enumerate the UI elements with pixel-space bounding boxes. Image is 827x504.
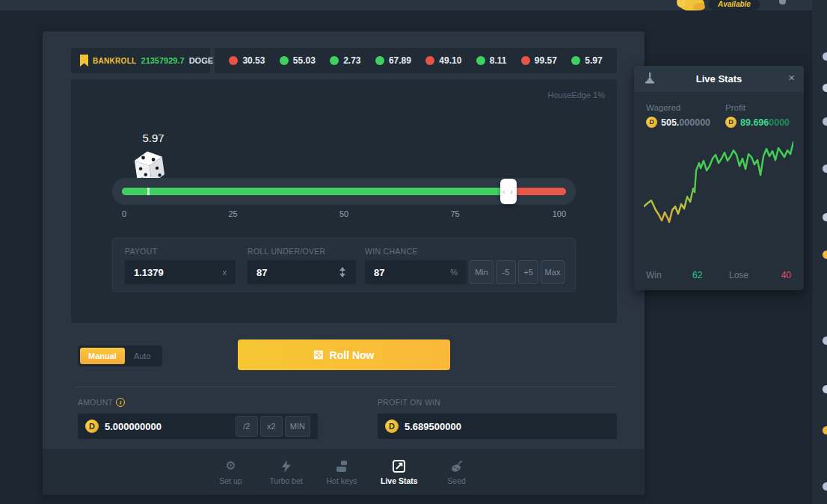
chat-avatar[interactable]: [823, 336, 827, 345]
payout-label: PAYOUT: [125, 247, 157, 256]
slider-track[interactable]: ‹ ›: [122, 188, 566, 195]
roll-result-dot: [330, 56, 339, 65]
chat-avatar[interactable]: [823, 165, 827, 173]
bolt-icon: [282, 459, 291, 473]
chat-avatar[interactable]: [823, 117, 827, 126]
wagered-dim: 000000: [679, 117, 710, 128]
bankroll-amount: 21357929.7: [141, 56, 185, 65]
tab-manual[interactable]: Manual: [80, 348, 125, 364]
live-stats-panel: Live Stats × Wagered D 505.000000 Profit…: [634, 66, 804, 290]
live-stats-title: Live Stats: [634, 73, 804, 84]
roll-result-dot: [425, 56, 434, 65]
seed-icon: [450, 459, 463, 473]
roll-result-dot: [375, 56, 384, 65]
roll-history-item[interactable]: 55.03: [280, 55, 316, 66]
roll-result-dot: [229, 56, 238, 65]
tab-auto[interactable]: Auto: [125, 348, 160, 364]
roll-value: 49.10: [439, 55, 461, 66]
nav-hot-keys[interactable]: Hot keys: [325, 459, 358, 485]
amount-double-button[interactable]: x2: [260, 416, 283, 437]
last-roll-label: 5.97: [131, 132, 176, 144]
doge-coin-icon: D: [725, 117, 737, 128]
chat-avatar[interactable]: [823, 52, 827, 61]
doge-mascot-icon: [675, 0, 707, 10]
nav-turbo-bet[interactable]: Turbo bet: [269, 459, 303, 485]
available-badge[interactable]: Available: [709, 0, 760, 10]
chat-avatar[interactable]: [823, 426, 827, 434]
scale-tick: 0: [122, 209, 126, 218]
chat-avatar[interactable]: [823, 213, 827, 221]
roll-history-item[interactable]: 5.97: [571, 55, 602, 66]
chat-strip: [812, 0, 827, 504]
wagered-label: Wagered: [646, 103, 680, 112]
payout-value: 1.1379: [134, 267, 223, 278]
slider-fill: [122, 188, 508, 195]
lose-count: 40: [781, 270, 791, 280]
profit-value: D 89.6960000: [725, 115, 790, 129]
slider-handle[interactable]: ‹ ›: [500, 179, 517, 204]
roll-history-item[interactable]: 99.57: [521, 55, 557, 66]
live-stats-header: Live Stats ×: [634, 66, 804, 92]
swap-icon[interactable]: [338, 267, 347, 277]
close-icon[interactable]: ×: [788, 71, 795, 84]
roll-value: 8.11: [490, 55, 507, 66]
amount-min-button[interactable]: MIN: [285, 416, 310, 437]
roll-history-item[interactable]: 49.10: [425, 55, 461, 66]
nav-label: Set up: [219, 476, 242, 485]
doge-coin-icon: D: [646, 117, 657, 128]
nav-setup[interactable]: ⚙ Set up: [214, 459, 247, 485]
roll-history-item[interactable]: 67.89: [375, 55, 411, 66]
chart-icon: [393, 459, 405, 473]
divider: [75, 387, 617, 387]
roll-result-dot: [571, 56, 580, 65]
bankroll-currency: DOGE: [189, 56, 213, 65]
roll-value: 99.57: [535, 55, 557, 66]
roll-history-item[interactable]: 8.11: [476, 55, 507, 66]
lose-label: Lose: [729, 270, 748, 280]
roll-history-item[interactable]: 30.53: [229, 55, 265, 66]
win-chance-plus5-button[interactable]: +5: [518, 260, 538, 284]
roll-history-item[interactable]: 2.73: [330, 55, 360, 66]
nav-label: Turbo bet: [269, 476, 303, 485]
slider-roll-notch: [147, 188, 150, 195]
amount-input[interactable]: D 5.000000000 /2 x2 MIN: [78, 414, 318, 439]
header-mini-icon[interactable]: [779, 0, 786, 4]
gear-icon: ⚙: [225, 459, 236, 473]
roll-slider[interactable]: ‹ ›: [112, 178, 576, 205]
win-chance-minus5-button[interactable]: -5: [496, 260, 516, 284]
nav-live-stats[interactable]: Live Stats: [381, 459, 418, 485]
scale-tick: 100: [553, 209, 566, 218]
roll-value: 55.03: [293, 55, 316, 66]
profit-main: 89.696: [740, 117, 769, 128]
game-panel: HouseEdge 1% 5.97 ‹ ›: [71, 79, 617, 323]
roll-result-dot: [521, 56, 530, 65]
amount-half-button[interactable]: /2: [236, 416, 258, 437]
amount-value: 5.000000000: [105, 421, 230, 432]
scale-tick: 50: [339, 209, 348, 218]
chat-avatar[interactable]: [823, 84, 827, 92]
win-chance-input[interactable]: 87 %: [365, 260, 467, 284]
amount-label-row: AMOUNT i: [78, 398, 125, 407]
hotkeys-icon: [335, 459, 348, 473]
roll-value: 2.73: [343, 55, 360, 66]
roll-under-over-input[interactable]: 87: [248, 260, 356, 284]
profit-on-win-value: 5.689500000: [405, 421, 609, 432]
wagered-main: 505.: [661, 117, 679, 128]
chat-avatar[interactable]: [823, 251, 827, 259]
nav-seed[interactable]: Seed: [440, 459, 473, 485]
info-icon[interactable]: i: [116, 398, 125, 407]
win-chance-label: WIN CHANCE: [365, 247, 418, 256]
roll-now-button[interactable]: ⚄ Roll Now: [238, 339, 450, 370]
profit-dim: 0000: [769, 117, 790, 128]
win-chance-max-button[interactable]: Max: [541, 260, 565, 284]
bottom-nav: ⚙ Set up Turbo bet Hot keys Live Stats: [43, 449, 645, 495]
chat-avatar[interactable]: [823, 385, 827, 393]
bet-mode-toggle: Manual Auto: [78, 345, 162, 366]
payout-input[interactable]: 1.1379 x: [125, 260, 236, 284]
payout-suffix: x: [223, 268, 227, 277]
wagered-value: D 505.000000: [646, 115, 710, 129]
roll-under-over-value: 87: [256, 267, 338, 278]
profit-chart: [644, 135, 793, 256]
chat-avatar[interactable]: [823, 482, 827, 491]
win-chance-min-button[interactable]: Min: [470, 260, 494, 284]
